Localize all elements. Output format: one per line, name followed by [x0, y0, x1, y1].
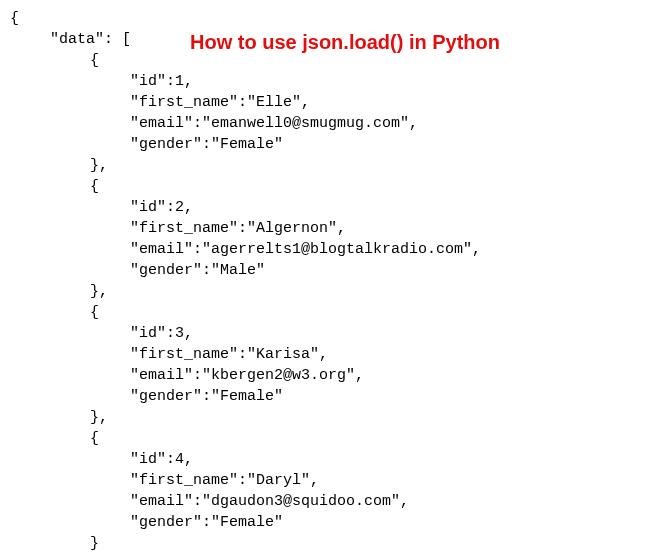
- gender-line: "gender":"Female": [130, 136, 283, 153]
- object-close-last: }: [90, 535, 99, 552]
- data-key-open: "data": [: [50, 31, 131, 48]
- first-name-line: "first_name":"Daryl",: [130, 472, 319, 489]
- email-line: "email":"dgaudon3@squidoo.com",: [130, 493, 409, 510]
- object-open: {: [90, 304, 99, 321]
- id-line: "id":4,: [130, 451, 193, 468]
- id-line: "id":3,: [130, 325, 193, 342]
- object-close: },: [90, 409, 108, 426]
- object-open: {: [90, 52, 99, 69]
- code-block: { "data": [ { "id":1, "first_name":"Elle…: [10, 8, 651, 553]
- title-annotation: How to use json.load() in Python: [190, 28, 500, 56]
- gender-line: "gender":"Female": [130, 514, 283, 531]
- first-name-line: "first_name":"Algernon",: [130, 220, 346, 237]
- gender-line: "gender":"Female": [130, 388, 283, 405]
- email-line: "email":"kbergen2@w3.org",: [130, 367, 364, 384]
- gender-line: "gender":"Male": [130, 262, 265, 279]
- email-line: "email":"agerrelts1@blogtalkradio.com",: [130, 241, 481, 258]
- object-close: },: [90, 283, 108, 300]
- id-line: "id":2,: [130, 199, 193, 216]
- first-name-line: "first_name":"Karisa",: [130, 346, 328, 363]
- first-name-line: "first_name":"Elle",: [130, 94, 310, 111]
- object-open: {: [90, 178, 99, 195]
- id-line: "id":1,: [130, 73, 193, 90]
- object-close: },: [90, 157, 108, 174]
- object-open: {: [90, 430, 99, 447]
- email-line: "email":"emanwell0@smugmug.com",: [130, 115, 418, 132]
- brace-open: {: [10, 10, 19, 27]
